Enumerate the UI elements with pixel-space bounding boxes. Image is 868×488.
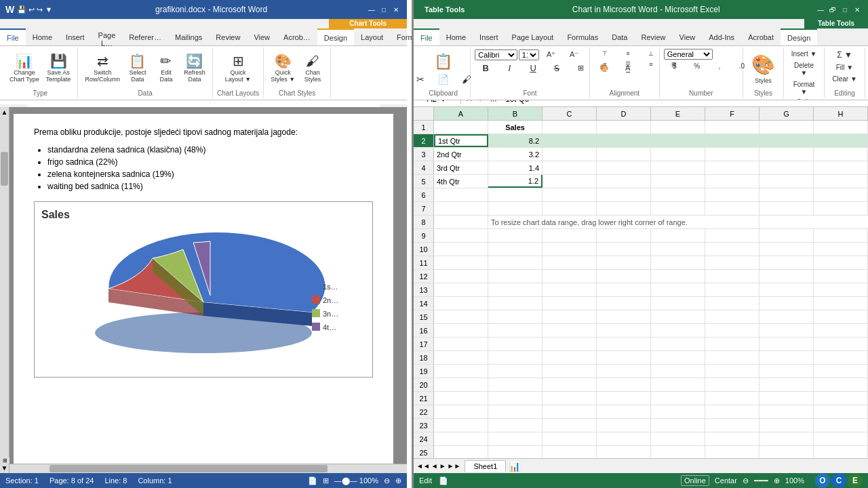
row-header-6[interactable]: 6: [414, 188, 434, 201]
cell-H4[interactable]: [814, 161, 868, 174]
tab-word-review[interactable]: Review: [209, 28, 247, 45]
cell-G4[interactable]: [760, 161, 814, 174]
cell-C3[interactable]: [542, 148, 597, 161]
excel-zoom-out-btn[interactable]: ⊖: [743, 476, 749, 485]
cell-H3[interactable]: [814, 148, 868, 161]
tab-excel-file[interactable]: File: [414, 28, 439, 45]
sheet-tab-sheet1[interactable]: Sheet1: [465, 460, 506, 472]
row-header-1[interactable]: 1: [414, 121, 434, 134]
cell-B5[interactable]: 1.2: [488, 175, 542, 188]
col-header-A[interactable]: A: [434, 107, 488, 120]
align-right-btn[interactable]: ≡: [640, 60, 662, 69]
tab-word-design[interactable]: Design: [317, 28, 354, 45]
excel-maximize-btn[interactable]: □: [840, 4, 850, 15]
word-qat[interactable]: 💾 ↩ ↪ ▼: [17, 5, 52, 14]
tab-word-home[interactable]: Home: [26, 28, 59, 45]
tab-excel-pagelayout[interactable]: Page Layout: [505, 28, 561, 45]
tab-excel-data[interactable]: Data: [605, 28, 634, 45]
cell-E2[interactable]: [651, 134, 705, 147]
copy-btn[interactable]: 📄: [433, 73, 454, 85]
cell-F1[interactable]: [705, 121, 760, 134]
change-styles-btn[interactable]: 🖌 ChanStyles: [299, 53, 326, 84]
cell-E1[interactable]: [651, 121, 705, 134]
word-close-btn[interactable]: ✕: [391, 4, 401, 15]
row-header-22[interactable]: 22: [414, 405, 434, 418]
col-header-H[interactable]: H: [814, 107, 868, 120]
save-template-btn[interactable]: 💾 Save AsTemplate: [43, 53, 74, 84]
cell-H2[interactable]: [814, 134, 868, 147]
switch-rowcol-btn[interactable]: ⇄ SwitchRow/Column: [82, 53, 123, 84]
row-header-14[interactable]: 14: [414, 297, 434, 310]
tab-word-view[interactable]: View: [247, 28, 277, 45]
row-header-19[interactable]: 19: [414, 365, 434, 378]
align-center-btn[interactable]: ☰: [617, 60, 639, 69]
tab-word-layout[interactable]: Layout: [354, 28, 390, 45]
font-name-select[interactable]: Calibri: [475, 49, 517, 60]
quick-styles-btn[interactable]: 🎨 QuickStyles ▼: [268, 53, 298, 84]
row-header-11[interactable]: 11: [414, 256, 434, 269]
col-header-G[interactable]: G: [760, 107, 814, 120]
sheet-prev-btn[interactable]: ◄◄: [416, 462, 430, 470]
word-document[interactable]: Prema obliku produkcije, postoje sljedeć…: [14, 114, 393, 466]
cell-E4[interactable]: [651, 161, 705, 174]
row-header-12[interactable]: 12: [414, 270, 434, 283]
cell-D3[interactable]: [597, 148, 651, 161]
excel-mode-icon[interactable]: 📄: [439, 476, 448, 485]
row-header-24[interactable]: 24: [414, 432, 434, 445]
col-header-D[interactable]: D: [597, 107, 651, 120]
refresh-data-btn[interactable]: 🔄 RefreshData: [181, 53, 208, 84]
corner-cell[interactable]: [414, 107, 434, 120]
excel-restore-btn[interactable]: 🗗: [827, 4, 838, 15]
chart-frame[interactable]: Sales: [34, 201, 373, 378]
align-left-btn[interactable]: ≡: [594, 60, 616, 69]
row-header-2[interactable]: 2: [414, 134, 434, 147]
tab-excel-insert[interactable]: Insert: [473, 28, 505, 45]
tab-excel-home[interactable]: Home: [439, 28, 473, 45]
row-header-23[interactable]: 23: [414, 419, 434, 432]
cell-C1[interactable]: [542, 121, 597, 134]
row-header-8[interactable]: 8: [414, 216, 434, 228]
row-header-21[interactable]: 21: [414, 392, 434, 405]
cell-G2[interactable]: [760, 134, 814, 147]
tab-excel-design[interactable]: Design: [781, 28, 817, 45]
sheet-prev2-btn[interactable]: ◄: [431, 462, 438, 470]
row-header-13[interactable]: 13: [414, 283, 434, 296]
cell-C4[interactable]: [542, 161, 597, 174]
excel-zoom-slider[interactable]: ━━━: [754, 476, 768, 485]
tab-word-insert[interactable]: Insert: [59, 28, 92, 45]
cell-H1[interactable]: [814, 121, 868, 134]
cell-E3[interactable]: [651, 148, 705, 161]
tab-word-file[interactable]: File: [0, 28, 26, 45]
row-header-15[interactable]: 15: [414, 310, 434, 323]
word-view-btn[interactable]: ⊞: [323, 476, 329, 485]
cell-B2[interactable]: 8.2: [488, 134, 542, 147]
fill-btn[interactable]: Fill ▼: [830, 62, 859, 73]
currency-btn[interactable]: $: [664, 61, 686, 71]
cell-D2[interactable]: [597, 134, 651, 147]
decrease-font-btn[interactable]: A⁻: [564, 49, 585, 60]
select-data-btn[interactable]: 📋 SelectData: [124, 53, 151, 84]
align-bottom-btn[interactable]: ⊥: [640, 49, 662, 58]
clear-btn[interactable]: Clear ▼: [830, 74, 859, 84]
cell-C2[interactable]: [542, 134, 597, 147]
increase-font-btn[interactable]: A⁺: [540, 49, 562, 60]
row-header-16[interactable]: 16: [414, 324, 434, 337]
cell-E5[interactable]: [651, 175, 705, 188]
cell-C5[interactable]: [542, 175, 597, 188]
tab-excel-formulas[interactable]: Formulas: [560, 28, 605, 45]
tab-excel-view[interactable]: View: [673, 28, 703, 45]
word-maximize-btn[interactable]: □: [378, 4, 389, 15]
italic-btn[interactable]: I: [498, 62, 520, 75]
insert-sheet-btn[interactable]: 📊: [509, 461, 520, 472]
col-header-C[interactable]: C: [542, 107, 597, 120]
sheet-next-btn[interactable]: ►: [439, 462, 446, 470]
cell-F3[interactable]: [705, 148, 760, 161]
delete-cells-btn[interactable]: Delete ▼: [788, 60, 820, 78]
row-header-5[interactable]: 5: [414, 175, 434, 188]
cell-A6[interactable]: [434, 188, 488, 201]
cell-F2[interactable]: [705, 134, 760, 147]
excel-minimize-btn[interactable]: —: [815, 4, 826, 15]
cell-B3[interactable]: 3.2: [488, 148, 542, 161]
insert-cells-btn[interactable]: Insert ▼: [788, 49, 820, 59]
border-btn[interactable]: ⊞: [570, 62, 591, 74]
